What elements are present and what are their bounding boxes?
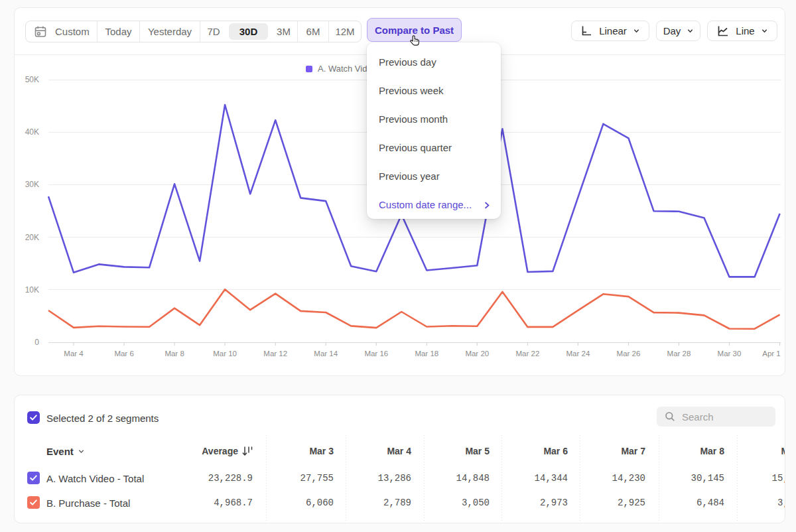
svg-text:Mar 24: Mar 24	[566, 350, 590, 358]
svg-text:Mar 18: Mar 18	[415, 350, 438, 358]
svg-text:Mar 6: Mar 6	[114, 350, 133, 358]
svg-text:30K: 30K	[25, 180, 39, 189]
svg-text:Mar 28: Mar 28	[667, 350, 691, 358]
svg-text:Mar 14: Mar 14	[314, 350, 338, 358]
svg-text:Mar 26: Mar 26	[617, 350, 641, 358]
svg-text:0: 0	[34, 338, 39, 347]
svg-text:Mar 30: Mar 30	[718, 350, 742, 358]
svg-text:40K: 40K	[25, 127, 39, 137]
svg-text:Mar 4: Mar 4	[64, 350, 84, 358]
svg-text:Mar 16: Mar 16	[364, 350, 388, 358]
svg-text:50K: 50K	[25, 75, 39, 84]
svg-text:Apr 1: Apr 1	[762, 350, 781, 358]
svg-text:Mar 8: Mar 8	[165, 350, 184, 358]
svg-text:10K: 10K	[25, 285, 39, 295]
svg-text:Mar 12: Mar 12	[263, 350, 287, 358]
svg-text:Mar 22: Mar 22	[516, 350, 540, 358]
svg-text:Mar 20: Mar 20	[465, 350, 489, 358]
svg-text:20K: 20K	[25, 233, 39, 242]
svg-text:Mar 10: Mar 10	[213, 350, 237, 358]
